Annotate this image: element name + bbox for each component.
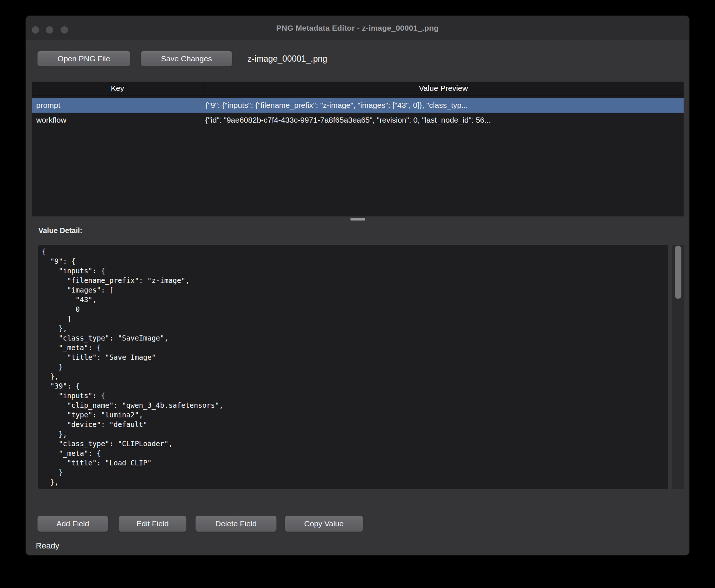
open-png-file-button[interactable]: Open PNG File — [37, 51, 130, 66]
save-changes-button[interactable]: Save Changes — [141, 51, 232, 66]
detail-scrollbar-thumb[interactable] — [675, 246, 681, 299]
column-header-value-preview[interactable]: Value Preview — [203, 82, 684, 95]
delete-field-button[interactable]: Delete Field — [195, 516, 277, 532]
column-header-key[interactable]: Key — [32, 82, 203, 95]
current-filename-label: z-image_00001_.png — [247, 51, 327, 66]
value-detail-textarea[interactable]: { "9": { "inputs": { "filename_prefix": … — [38, 245, 668, 489]
copy-value-button[interactable]: Copy Value — [285, 516, 363, 532]
row-key-cell: prompt — [32, 101, 203, 110]
value-detail-label: Value Detail: — [38, 226, 82, 235]
title-bar: PNG Metadata Editor - z-image_00001_.png — [26, 16, 689, 40]
value-detail-json: { "9": { "inputs": { "filename_prefix": … — [39, 245, 668, 489]
row-value-preview-cell: {"id": "9ae6082b-c7f4-433c-9971-7a8f65a3… — [203, 116, 684, 124]
table-row-workflow[interactable]: workflow {"id": "9ae6082b-c7f4-433c-9971… — [32, 113, 684, 127]
table-row-prompt[interactable]: prompt {"9": {"inputs": {"filename_prefi… — [32, 98, 684, 113]
status-text: Ready — [36, 541, 59, 551]
metadata-table-header: Key Value Preview — [32, 82, 684, 96]
edit-field-button[interactable]: Edit Field — [119, 516, 187, 532]
row-key-cell: workflow — [32, 116, 203, 124]
row-value-preview-cell: {"9": {"inputs": {"filename_prefix": "z-… — [203, 101, 684, 110]
detail-scrollbar[interactable] — [672, 245, 684, 489]
app-window: PNG Metadata Editor - z-image_00001_.png… — [25, 16, 690, 555]
window-title: PNG Metadata Editor - z-image_00001_.png — [26, 16, 689, 40]
add-field-button[interactable]: Add Field — [37, 516, 108, 532]
splitter-drag-handle[interactable] — [350, 218, 365, 220]
metadata-table: Key Value Preview prompt {"9": {"inputs"… — [32, 82, 684, 216]
